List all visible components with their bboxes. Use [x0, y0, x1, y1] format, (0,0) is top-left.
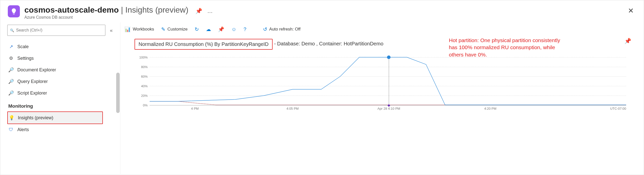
- x-tick-tz: UTC-07:00: [610, 107, 626, 110]
- workbooks-icon: 📊: [124, 26, 131, 32]
- scrollbar-thumb[interactable]: [116, 73, 120, 113]
- toolbar-label: Workbooks: [133, 27, 154, 32]
- y-tick: 20%: [141, 94, 148, 98]
- close-button[interactable]: ✕: [628, 7, 634, 14]
- toolbar-label: Auto refresh: Off: [269, 27, 300, 32]
- sidebar-item-settings[interactable]: ⚙ Settings: [7, 52, 118, 64]
- y-tick: 100%: [139, 55, 148, 59]
- main-content: 📊 Workbooks ✎ Customize ↻ ☁ 📌 ☺ ? ↺ Auto…: [120, 22, 644, 174]
- smiley-icon: ☺: [231, 26, 236, 32]
- shield-icon: 🛡: [8, 127, 14, 132]
- annotation-text: Hot partition: One physical partition co…: [449, 37, 565, 58]
- refresh-icon: ↻: [195, 26, 199, 32]
- header: cosmos-autoscale-demo | Insights (previe…: [0, 0, 644, 22]
- resource-name: cosmos-autoscale-demo: [24, 5, 119, 14]
- blade-name: Insights (preview): [125, 5, 188, 14]
- sidebar-item-label: Query Explorer: [17, 79, 48, 84]
- document-explorer-icon: 🔎: [8, 67, 14, 73]
- autorefresh-button[interactable]: ↺ Auto refresh: Off: [263, 26, 300, 32]
- sidebar-item-label: Document Explorer: [17, 67, 56, 73]
- chart-lines: [150, 57, 626, 105]
- nav-section-monitoring: Monitoring: [7, 99, 118, 111]
- sidebar-item-script-explorer[interactable]: 🔎 Script Explorer: [7, 87, 118, 99]
- workbooks-button[interactable]: 📊 Workbooks: [124, 26, 154, 32]
- chart-hover-line: [389, 57, 389, 105]
- sidebar-item-insights[interactable]: 💡 Insights (preview): [8, 112, 102, 124]
- lightbulb-icon: 💡: [9, 115, 14, 121]
- sidebar-item-document-explorer[interactable]: 🔎 Document Explorer: [7, 64, 118, 76]
- resource-type: Azure Cosmos DB account: [24, 15, 213, 20]
- chart-hover-dot: [387, 55, 391, 59]
- chart-title-highlight: Normalized RU Consumption (%) By Partiti…: [135, 39, 273, 50]
- pin-icon[interactable]: 📌: [195, 8, 202, 14]
- sidebar-item-scale[interactable]: ↗ Scale: [7, 41, 118, 52]
- gear-icon: ⚙: [8, 55, 14, 61]
- x-tick: 4:20 PM: [484, 107, 496, 110]
- pin-icon: 📌: [218, 26, 224, 32]
- sidebar-item-label: Script Explorer: [17, 91, 47, 96]
- y-tick: 0%: [143, 103, 148, 107]
- y-tick: 80%: [141, 65, 148, 69]
- customize-button[interactable]: ✎ Customize: [161, 26, 188, 32]
- toolbar-label: Customize: [167, 27, 188, 32]
- chart-plot[interactable]: 100% 80% 60% 40% 20% 0%: [135, 57, 626, 115]
- sidebar: 🔍 « ↗ Scale ⚙ Settings 🔎 Document Explor…: [0, 22, 120, 174]
- nav-list: ↗ Scale ⚙ Settings 🔎 Document Explorer 🔎…: [7, 41, 120, 174]
- search-icon: 🔍: [10, 28, 14, 32]
- search-input[interactable]: 🔍: [7, 25, 105, 36]
- search-field[interactable]: [16, 28, 103, 33]
- collapse-sidebar-button[interactable]: «: [108, 26, 114, 35]
- external-link-icon: ↗: [8, 44, 14, 49]
- more-icon[interactable]: …: [207, 8, 213, 14]
- query-explorer-icon: 🔎: [8, 79, 14, 84]
- sidebar-item-alerts[interactable]: 🛡 Alerts: [7, 124, 118, 135]
- sidebar-item-label: Insights (preview): [18, 115, 53, 121]
- help-button[interactable]: ?: [243, 26, 246, 32]
- y-tick: 40%: [141, 84, 148, 88]
- page-title: cosmos-autoscale-demo | Insights (previe…: [24, 5, 188, 15]
- sidebar-item-label: Scale: [17, 44, 29, 49]
- pin-button[interactable]: 📌: [218, 26, 224, 32]
- cloud-button[interactable]: ☁: [206, 26, 211, 32]
- pencil-icon: ✎: [161, 26, 165, 32]
- script-explorer-icon: 🔎: [8, 90, 14, 96]
- history-icon: ↺: [263, 26, 267, 32]
- sidebar-item-query-explorer[interactable]: 🔎 Query Explorer: [7, 76, 118, 87]
- pin-chart-button[interactable]: 📌: [624, 38, 631, 44]
- x-tick: 4 PM: [191, 107, 199, 110]
- refresh-button[interactable]: ↻: [195, 26, 199, 32]
- help-icon: ?: [243, 26, 246, 32]
- cloud-icon: ☁: [206, 26, 211, 32]
- feedback-button[interactable]: ☺: [231, 26, 236, 32]
- resource-icon: [8, 5, 20, 17]
- x-tick: Apr 28 4:10 PM: [377, 107, 400, 110]
- sidebar-item-label: Alerts: [17, 127, 29, 132]
- chart-title-context: - Database: Demo , Container: HotPartiti…: [274, 39, 383, 49]
- y-tick: 60%: [141, 75, 148, 78]
- sidebar-item-label: Settings: [17, 56, 34, 61]
- chart-card: 📌 Normalized RU Consumption (%) By Parti…: [124, 39, 636, 175]
- x-tick: 4:05 PM: [286, 107, 298, 110]
